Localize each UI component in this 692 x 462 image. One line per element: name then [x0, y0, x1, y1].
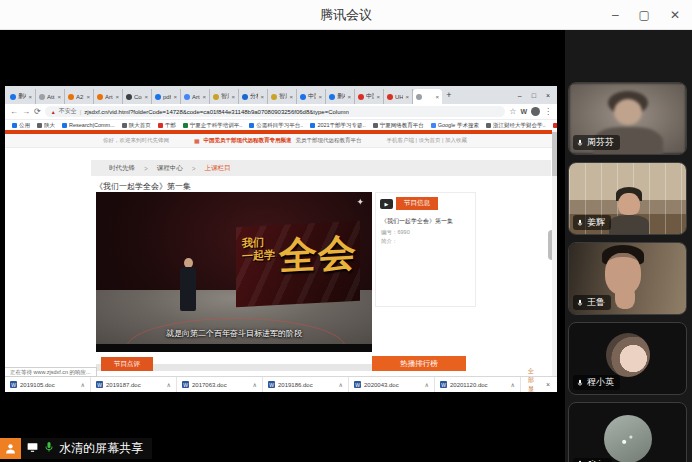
tab-label: 分析 [250, 92, 258, 101]
word-doc-icon: W [182, 381, 189, 388]
bookmark-item[interactable]: Google 学术搜索 [431, 122, 479, 129]
screen-share-indicator[interactable]: 水清的屏幕共享 [0, 438, 152, 459]
video-subtitle: 就是向第二个百年奋斗目标进军的阶段 [96, 328, 372, 339]
forward-icon[interactable]: → [22, 107, 30, 116]
bookmarks-bar: 公用 陕大 Research|Comm... 陕大首页 [5, 120, 557, 130]
bookmark-item[interactable]: 陕大首页 [122, 122, 151, 129]
tab-close-icon[interactable]: × [289, 94, 293, 100]
browser-tab[interactable]: A2 × [65, 89, 94, 104]
program-info-tab[interactable]: 节目信息 [396, 197, 438, 210]
bookmark-item[interactable]: 宁夏企干科学培训平.. [183, 122, 243, 129]
participant-tile[interactable]: 王鲁 [568, 242, 687, 315]
chevron-up-icon[interactable]: ∧ [425, 381, 429, 388]
bookmark-item[interactable]: HCXXGY|CMS [553, 122, 558, 128]
download-chip[interactable]: W 20201120.doc ∧ [435, 377, 521, 392]
participant-tile[interactable]: 姜辉 [568, 162, 687, 235]
download-chip[interactable]: W 2020043.doc ∧ [349, 377, 435, 392]
browser-tab[interactable]: 删A × [7, 89, 36, 104]
download-chip[interactable]: W 2019187.doc ∧ [91, 377, 177, 392]
minimize-button[interactable]: – [612, 8, 619, 22]
tab-close-icon[interactable]: × [173, 94, 177, 100]
bookmark-item[interactable]: 浙江财经大学财会学.. [486, 122, 546, 129]
browser-tab[interactable]: 分析 × [239, 89, 268, 104]
bookmark-star-icon[interactable]: ☆ [509, 107, 516, 116]
chevron-up-icon[interactable]: ∧ [167, 381, 171, 388]
close-button[interactable]: ✕ [670, 8, 680, 22]
browser-tab[interactable]: 中国 × [297, 89, 326, 104]
tab-close-icon[interactable]: × [115, 94, 119, 100]
chevron-up-icon[interactable]: ∧ [253, 381, 257, 388]
bookmark-item[interactable]: Research|Comm... [62, 122, 115, 128]
tab-close-icon[interactable]: × [144, 94, 148, 100]
tab-favicon-icon [213, 94, 219, 100]
tab-close-icon[interactable]: × [57, 94, 61, 100]
breadcrumb-root[interactable]: 时代先锋 [109, 164, 135, 173]
new-tab-button[interactable]: + [442, 90, 456, 100]
monitor-icon [26, 441, 39, 457]
tab-close-icon[interactable]: × [28, 94, 32, 100]
bookmark-favicon-icon [431, 123, 436, 128]
tab-close-icon[interactable]: × [260, 94, 264, 100]
tab-close-icon[interactable]: × [435, 94, 439, 100]
breadcrumb-mid[interactable]: 课程中心 [157, 164, 183, 173]
player-control-bar[interactable] [96, 344, 372, 352]
show-all-downloads-link[interactable]: 全部显示 [528, 367, 539, 393]
address-bar[interactable]: ▲ 不安全 | zjsdxf.cn/vid.html?folderCode=14… [45, 106, 506, 117]
chevron-up-icon[interactable]: ∧ [81, 381, 85, 388]
tab-close-icon[interactable]: × [86, 94, 90, 100]
bookmark-favicon-icon [122, 123, 127, 128]
browser-tab[interactable]: pdf × [152, 89, 181, 104]
video-page-title: 《我们一起学全会》第一集 [95, 181, 191, 192]
maximize-button[interactable]: ▢ [639, 8, 650, 22]
tab-close-icon[interactable]: × [347, 94, 351, 100]
reload-icon[interactable]: ⟳ [34, 107, 41, 116]
page-scrollbar[interactable] [552, 130, 557, 376]
browser-tab[interactable]: 智库 × [268, 89, 297, 104]
browser-minimize-button[interactable]: – [518, 92, 522, 99]
bookmark-item[interactable]: 公需科目学习平台.. [249, 122, 303, 129]
browser-maximize-button[interactable]: □ [532, 92, 536, 99]
browser-tab[interactable]: Art × [94, 89, 123, 104]
participant-tile[interactable]: 程小英 [568, 322, 687, 395]
bookmark-item[interactable]: 公用 [12, 122, 30, 129]
quick-links[interactable]: 手机客户端 | 设为首页 | 加入收藏 [387, 137, 467, 144]
scrollbar-thumb[interactable] [552, 132, 557, 176]
bookmark-label: 陕大 [44, 122, 55, 129]
tab-close-icon[interactable]: × [318, 94, 322, 100]
extension-icon[interactable]: W [520, 108, 527, 115]
browser-tab[interactable]: Att × [36, 89, 65, 104]
chevron-up-icon[interactable]: ∧ [511, 381, 515, 388]
browser-tab[interactable]: 删A × [326, 89, 355, 104]
participant-tile[interactable]: JiLin [568, 402, 687, 462]
tab-close-icon[interactable]: × [405, 94, 409, 100]
bookmark-item[interactable]: 2021干部学习专题.. [310, 122, 365, 129]
back-icon[interactable]: ← [10, 107, 18, 116]
browser-tab[interactable]: 中国 × [355, 89, 384, 104]
downloads-close-icon[interactable]: × [546, 381, 550, 388]
tab-close-icon[interactable]: × [376, 94, 380, 100]
browser-tab[interactable]: Cor × [123, 89, 152, 104]
browser-tab[interactable]: UH × [384, 89, 413, 104]
chevron-up-icon[interactable]: ∧ [339, 381, 343, 388]
menu-icon[interactable]: ⋮ [544, 107, 552, 116]
hot-ranking-button[interactable]: 热播排行榜 [372, 356, 466, 371]
browser-tab[interactable]: 智库 × [210, 89, 239, 104]
comments-tab[interactable]: 节目点评 [101, 357, 153, 371]
download-chip[interactable]: W 2019105.doc ∧ [5, 377, 91, 392]
download-chip[interactable]: W 2017063.doc ∧ [177, 377, 263, 392]
bookmark-item[interactable]: 宁夏网络教育平台 [373, 122, 424, 129]
bookmark-favicon-icon [12, 123, 17, 128]
tab-close-icon[interactable]: × [202, 94, 206, 100]
download-chip[interactable]: W 2019186.doc ∧ [263, 377, 349, 392]
video-player[interactable]: 我们 一起学 全会 ✦ 就是向第二个百年奋斗目标进军的阶段 [96, 192, 372, 352]
profile-avatar-icon[interactable] [531, 107, 540, 116]
bookmark-item[interactable]: 陕大 [37, 122, 55, 129]
participant-tile[interactable]: 周芬芬 [568, 82, 687, 155]
word-doc-icon: W [10, 381, 17, 388]
browser-close-button[interactable]: × [546, 92, 550, 99]
browser-tab[interactable]: Art × [181, 89, 210, 104]
browser-tab[interactable]: × [413, 89, 442, 104]
tab-close-icon[interactable]: × [231, 94, 235, 100]
tab-favicon-icon [184, 94, 190, 100]
bookmark-item[interactable]: 干部 [158, 122, 176, 129]
